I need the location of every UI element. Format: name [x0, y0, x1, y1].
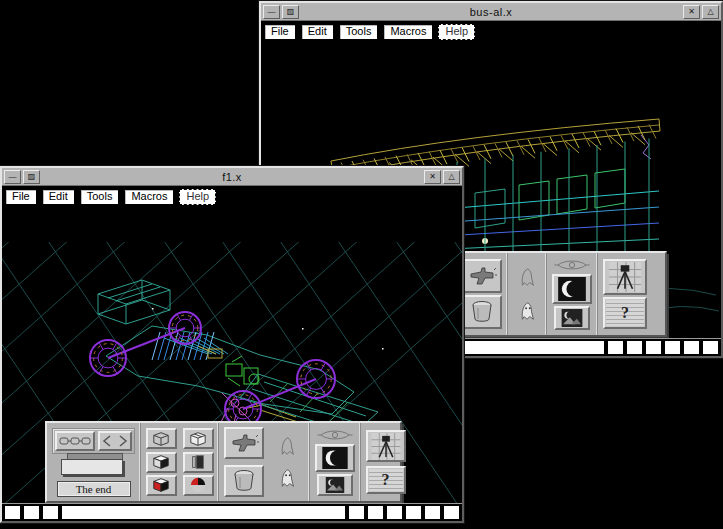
window-f1: — ▨ f1.x ✕ △ File Edit Tools Macros Help: [0, 166, 464, 523]
chain-icon: [58, 434, 92, 448]
rendered-scene-icon: [558, 309, 586, 327]
filmstrip-frame[interactable]: [5, 506, 20, 519]
eye-icon: [552, 258, 592, 272]
tool-palette-f1: The end: [45, 421, 402, 503]
menubar-bus: File Edit Tools Macros Help: [261, 21, 721, 43]
window-title: f1.x: [41, 171, 423, 183]
display-wireframe-button[interactable]: [146, 428, 177, 449]
camera-tripod-icon: [370, 433, 402, 460]
filmstrip-frame[interactable]: [608, 341, 623, 354]
menu-edit[interactable]: Edit: [301, 24, 334, 40]
viewport-f1[interactable]: The end: [2, 208, 462, 503]
menu-help[interactable]: Help: [179, 189, 216, 205]
render-scene-button[interactable]: [317, 474, 353, 496]
prev-next-button[interactable]: [98, 431, 132, 451]
bucket-tool-button[interactable]: [462, 295, 502, 329]
spray-icon: [467, 264, 497, 288]
menubar-f1: File Edit Tools Macros Help: [2, 186, 462, 208]
filmstrip-frame[interactable]: [43, 506, 58, 519]
filmstrip-frame[interactable]: [444, 506, 459, 519]
menu-tools[interactable]: Tools: [339, 24, 379, 40]
filmstrip-frame[interactable]: [703, 341, 718, 354]
close-icon[interactable]: ✕: [424, 170, 441, 184]
red-sphere-icon: [186, 476, 210, 494]
menu-file[interactable]: File: [264, 24, 296, 40]
rendered-sphere-icon: [319, 447, 351, 469]
eye-icon: [315, 428, 355, 442]
history-chain-button[interactable]: [55, 431, 95, 451]
left-right-arrows-icon: [101, 434, 129, 448]
slab-face: [61, 459, 123, 475]
titlebar-f1[interactable]: — ▨ f1.x ✕ △: [2, 168, 462, 186]
help-button[interactable]: ?: [603, 297, 647, 329]
display-hiddenline-button[interactable]: [183, 428, 214, 449]
render-sphere-button[interactable]: [315, 444, 355, 472]
display-smoothshade-button[interactable]: [183, 475, 214, 496]
tool-palette-bus: ?: [455, 251, 667, 337]
bucket-icon: [231, 469, 257, 493]
menu-macros[interactable]: Macros: [383, 24, 433, 40]
ghost-outline-icon[interactable]: [516, 264, 538, 290]
close-icon[interactable]: ✕: [683, 5, 700, 19]
window-menu-icon[interactable]: —: [4, 170, 21, 184]
bucket-icon: [469, 300, 495, 324]
ghost-outline-icon[interactable]: [276, 433, 298, 459]
the-end-button[interactable]: The end: [57, 481, 131, 497]
filmstrip-f1: [2, 503, 462, 521]
window-pin-icon[interactable]: ▨: [23, 170, 40, 184]
menu-macros[interactable]: Macros: [124, 189, 174, 205]
render-scene-button[interactable]: [554, 306, 590, 330]
menu-tools[interactable]: Tools: [80, 189, 120, 205]
window-title: bus-al.x: [300, 6, 682, 18]
ghost-icon[interactable]: [276, 465, 298, 491]
filmstrip-frame[interactable]: [684, 341, 699, 354]
filmstrip-frame[interactable]: [406, 506, 421, 519]
wireframe-cube-icon: [149, 430, 173, 448]
bucket-tool-button[interactable]: [224, 465, 264, 497]
rendered-scene-icon: [321, 477, 349, 493]
spray-icon: [229, 431, 259, 455]
spray-tool-button[interactable]: [224, 427, 264, 459]
window-pin-icon[interactable]: ▨: [282, 5, 299, 19]
filmstrip-frame[interactable]: [387, 506, 402, 519]
red-cube-icon: [149, 476, 173, 494]
maximize-icon[interactable]: △: [702, 5, 719, 19]
filmstrip-bar[interactable]: [62, 506, 345, 519]
filmstrip-frame[interactable]: [646, 341, 661, 354]
filmstrip-frame[interactable]: [665, 341, 680, 354]
display-slab-button[interactable]: [183, 452, 214, 473]
display-solid-button[interactable]: [146, 452, 177, 473]
question-mark-icon: ?: [369, 469, 403, 491]
filmstrip-frame[interactable]: [425, 506, 440, 519]
desktop: — ▨ bus-al.x ✕ △ File Edit Tools Macros …: [0, 0, 723, 529]
filmstrip-frame[interactable]: [368, 506, 383, 519]
ghost-icon[interactable]: [516, 298, 538, 324]
camera-view-button[interactable]: [366, 430, 406, 462]
render-sphere-button[interactable]: [552, 274, 592, 304]
dark-slab-icon: [186, 453, 210, 471]
display-flatshade-button[interactable]: [146, 475, 177, 496]
menu-file[interactable]: File: [5, 189, 37, 205]
help-button[interactable]: ?: [366, 466, 406, 494]
spray-tool-button[interactable]: [462, 259, 502, 293]
filmstrip-frame[interactable]: [627, 341, 642, 354]
question-mark-icon: ?: [606, 300, 644, 326]
camera-view-button[interactable]: [603, 259, 647, 295]
menu-edit[interactable]: Edit: [42, 189, 75, 205]
rendered-sphere-icon: [556, 277, 588, 301]
maximize-icon[interactable]: △: [443, 170, 460, 184]
hiddenline-cube-icon: [186, 430, 210, 448]
validate-slab-button[interactable]: [61, 457, 127, 479]
menu-help[interactable]: Help: [438, 24, 475, 40]
filmstrip-frame[interactable]: [24, 506, 39, 519]
solid-cube-icon: [149, 453, 173, 471]
window-menu-icon[interactable]: —: [263, 5, 280, 19]
titlebar-bus[interactable]: — ▨ bus-al.x ✕ △: [261, 3, 721, 21]
camera-tripod-icon: [608, 262, 642, 292]
filmstrip-frame[interactable]: [349, 506, 364, 519]
